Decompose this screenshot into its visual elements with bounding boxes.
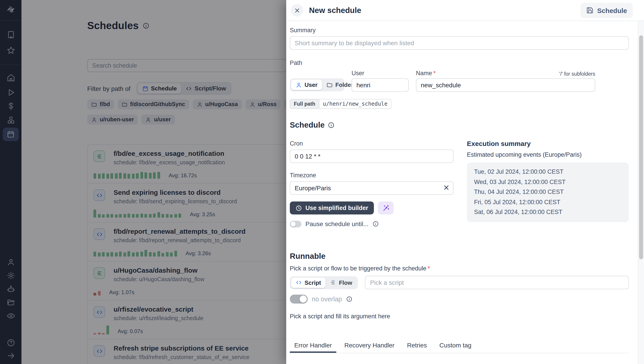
- user-input[interactable]: [352, 78, 409, 92]
- code-icon: [296, 279, 302, 286]
- timezone-input[interactable]: [290, 181, 454, 195]
- upcoming-events-box: Tue, 02 Jul 2024, 12:00:00 CESTWed, 03 J…: [467, 162, 629, 222]
- pause-schedule-label: Pause schedule until...: [306, 220, 368, 228]
- clock-icon: [296, 205, 302, 211]
- drawer-scrollbar[interactable]: [638, 21, 644, 364]
- folder-icon: [326, 82, 333, 88]
- wand-icon: [382, 204, 390, 212]
- name-input[interactable]: [416, 78, 595, 92]
- runnable-kind-toggle: Script Flow: [290, 276, 358, 289]
- fill-arguments-note: Pick a script and fill its argument here: [290, 313, 629, 320]
- scrollbar-thumb[interactable]: [639, 35, 643, 259]
- upcoming-event: Wed, 03 Jul 2024, 12:00:00 CEST: [474, 177, 624, 187]
- execution-summary-subheading: Estimated upcoming events (Europe/Paris): [467, 151, 629, 158]
- script-picker-input[interactable]: [365, 276, 629, 289]
- no-overlap-toggle[interactable]: [290, 295, 308, 304]
- info-icon[interactable]: [346, 296, 352, 302]
- drawer-title: New schedule: [309, 6, 361, 15]
- tab-retries[interactable]: Retries: [402, 342, 431, 353]
- save-icon: [586, 7, 594, 14]
- user-icon: [296, 82, 302, 88]
- full-path-badge: Full path u/henri/new_schedule: [290, 99, 392, 109]
- info-icon[interactable]: [328, 122, 334, 128]
- simplified-builder-button[interactable]: Use simplified builder: [290, 202, 374, 215]
- upcoming-event: Sat, 06 Jul 2024, 12:00:00 CEST: [474, 207, 624, 217]
- full-path-value: u/henri/new_schedule: [319, 99, 392, 109]
- app-window: Schedules Filter by path of Schedule Scr…: [0, 0, 644, 364]
- schedule-submit-button[interactable]: Schedule: [581, 3, 633, 18]
- flow-icon: [330, 279, 336, 286]
- ai-wand-button[interactable]: [378, 202, 394, 215]
- schedule-section-heading: Schedule: [290, 120, 629, 130]
- summary-label: Summary: [290, 27, 629, 34]
- cron-label: Cron: [290, 140, 454, 147]
- full-path-label: Full path: [290, 99, 319, 109]
- upcoming-event: Fri, 05 Jul 2024, 12:00:00 CEST: [474, 197, 624, 207]
- path-label: Path: [290, 60, 629, 66]
- toggle-option-user[interactable]: User: [291, 80, 322, 90]
- upcoming-event: Tue, 02 Jul 2024, 12:00:00 CEST: [474, 167, 624, 177]
- drawer-body: Summary Path User Folder: [286, 21, 638, 364]
- clear-timezone-icon[interactable]: [443, 185, 450, 193]
- toggle-option-flow[interactable]: Flow: [326, 277, 357, 288]
- timezone-label: Timezone: [290, 172, 454, 179]
- info-icon[interactable]: [372, 221, 379, 227]
- new-schedule-drawer: New schedule Schedule Summary Path User: [286, 0, 644, 364]
- tab-error-handler[interactable]: Error Handler: [290, 342, 336, 353]
- user-field-label: User: [352, 69, 409, 78]
- runnable-prompt: Pick a script or flow to be triggered by…: [290, 265, 629, 272]
- name-field-label: Name* '/' for subfolders: [416, 69, 595, 78]
- no-overlap-label: no overlap: [312, 295, 342, 303]
- upcoming-event: Thu, 04 Jul 2024, 12:00:00 CEST: [474, 187, 624, 197]
- handler-tabs: Error HandlerRecovery HandlerRetriesCust…: [290, 342, 629, 353]
- pause-schedule-toggle[interactable]: [290, 221, 302, 227]
- toggle-option-script[interactable]: Script: [291, 277, 326, 288]
- drawer-header: New schedule Schedule: [286, 0, 644, 21]
- tab-custom-tag[interactable]: Custom tag: [435, 342, 476, 353]
- runnable-section-heading: Runnable: [290, 252, 629, 261]
- execution-summary-heading: Execution summary: [467, 140, 629, 147]
- subfolder-hint: '/' for subfolders: [559, 71, 595, 77]
- summary-input[interactable]: [290, 36, 629, 50]
- close-icon: [294, 8, 300, 13]
- owner-kind-toggle: User Folder: [290, 78, 344, 91]
- close-button[interactable]: [291, 4, 303, 17]
- cron-input[interactable]: [290, 149, 454, 163]
- tab-recovery-handler[interactable]: Recovery Handler: [340, 342, 399, 353]
